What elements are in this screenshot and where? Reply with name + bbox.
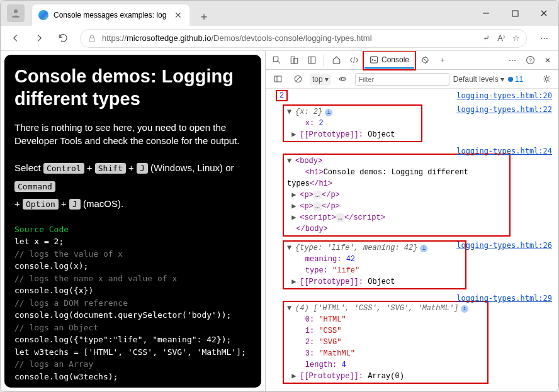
help-icon[interactable]: ?: [522, 52, 538, 69]
browser-tab[interactable]: Console messages examples: log ✕: [32, 4, 189, 26]
expand-icon[interactable]: ▶: [291, 212, 297, 223]
window-controls: [471, 1, 558, 26]
maximize-button[interactable]: [500, 1, 529, 26]
elements-icon[interactable]: [346, 52, 362, 69]
tab-console[interactable]: Console: [364, 52, 414, 69]
more-tabs-button[interactable]: ＋: [434, 52, 451, 69]
refresh-button[interactable]: [52, 28, 74, 48]
kbd-option: Option: [23, 199, 59, 210]
expand-icon[interactable]: ▼: [287, 242, 293, 254]
source-link[interactable]: logging-types.html:24: [456, 145, 552, 157]
content-area: Console demos: Logging different types T…: [1, 51, 558, 391]
page-description: There is nothing to see here, you need t…: [14, 121, 251, 148]
svg-rect-9: [308, 57, 315, 64]
log-levels-selector[interactable]: Default levels ▾: [453, 75, 504, 84]
console-row: logging-types.html:26 ▼{type: 'life', me…: [266, 238, 558, 291]
svg-point-0: [14, 9, 18, 13]
console-row: logging-types.html:24 ▼<body> <h1>Consol…: [266, 144, 558, 238]
console-settings-icon[interactable]: [538, 71, 555, 87]
log-value: 2: [280, 91, 284, 100]
svg-rect-11: [370, 57, 377, 63]
console-output[interactable]: logging-types.html:20 2 logging-types.ht…: [266, 89, 558, 391]
svg-rect-7: [291, 57, 295, 64]
clear-console-icon[interactable]: [290, 71, 306, 87]
console-icon: [370, 55, 378, 64]
source-link[interactable]: logging-types.html:22: [456, 104, 552, 115]
inspect-icon[interactable]: [268, 52, 285, 69]
sidebar-toggle-icon[interactable]: [269, 71, 286, 87]
page-body: Console demos: Logging different types T…: [4, 55, 261, 388]
edge-favicon-icon: [38, 10, 48, 20]
issues-badge[interactable]: 11: [508, 75, 523, 84]
source-link[interactable]: logging-types.html:29: [456, 293, 552, 304]
kbd-command: Command: [14, 181, 55, 192]
devtools-close-button[interactable]: ✕: [539, 52, 556, 69]
expand-icon[interactable]: ▼: [287, 106, 293, 118]
svg-rect-5: [89, 38, 94, 42]
svg-point-20: [545, 77, 548, 81]
new-tab-button[interactable]: ＋: [195, 7, 213, 26]
lock-icon: [87, 33, 97, 43]
source-link[interactable]: logging-types.html:20: [456, 90, 552, 101]
expand-icon[interactable]: ▼: [287, 303, 293, 314]
welcome-icon[interactable]: [328, 52, 344, 69]
page-title: Console demos: Logging different types: [14, 65, 251, 111]
filter-input[interactable]: [355, 73, 449, 86]
page-viewport: Console demos: Logging different types T…: [1, 51, 265, 391]
kbd-j: J: [137, 163, 148, 174]
source-heading: Source Code: [14, 223, 251, 236]
close-window-button[interactable]: [529, 1, 558, 26]
favorite-icon[interactable]: ☆: [512, 33, 520, 43]
expand-icon[interactable]: ▶: [291, 189, 297, 201]
live-expression-icon[interactable]: [335, 71, 351, 87]
svg-line-18: [295, 77, 300, 82]
svg-text:?: ?: [529, 58, 532, 64]
issues-icon[interactable]: [417, 52, 433, 69]
expand-icon[interactable]: ▶: [291, 276, 297, 288]
console-row: logging-types.html:20 2: [266, 89, 558, 103]
tab-close-button[interactable]: ✕: [173, 9, 183, 21]
svg-rect-8: [293, 59, 297, 64]
page-instructions: Select Control + Shift + J (Windows, Lin…: [14, 159, 251, 213]
console-tab-label: Console: [381, 55, 409, 64]
kbd-j2: J: [69, 199, 81, 210]
minimize-button[interactable]: [471, 1, 500, 26]
device-icon[interactable]: [286, 52, 302, 69]
expand-icon[interactable]: ▶: [291, 201, 297, 212]
enter-icon[interactable]: ⤶: [483, 33, 490, 43]
expand-icon[interactable]: ▼: [287, 155, 293, 167]
back-button[interactable]: [4, 28, 26, 48]
devtools-menu-button[interactable]: ⋯: [504, 52, 521, 69]
info-icon[interactable]: i: [461, 305, 468, 313]
expand-icon[interactable]: ▶: [291, 129, 297, 140]
svg-point-19: [341, 77, 344, 81]
console-row: logging-types.html:29 ▼(4) ['HTML', 'CSS…: [266, 291, 558, 386]
source-code-block: Source Code let x = 2; // logs the value…: [14, 223, 251, 383]
app-menu-button[interactable]: ⋯: [533, 28, 555, 48]
tab-title: Console messages examples: log: [54, 11, 168, 20]
svg-rect-15: [274, 76, 281, 82]
profile-button[interactable]: [7, 4, 25, 22]
read-aloud-icon[interactable]: A⁾: [497, 33, 505, 43]
tab-strip: Console messages examples: log ✕ ＋: [1, 1, 558, 26]
svg-rect-2: [512, 11, 518, 16]
devtools-panel: Console ＋ ⋯ ? ✕ top ▾ Default levels ▾ 1…: [265, 51, 558, 391]
context-selector[interactable]: top ▾: [310, 74, 331, 85]
devtools-tabbar: Console ＋ ⋯ ? ✕: [266, 51, 558, 70]
address-bar[interactable]: https://microsoftedge.github.io/Demos/de…: [80, 29, 527, 48]
browser-window: Console messages examples: log ✕ ＋ https…: [1, 1, 558, 391]
info-icon[interactable]: i: [325, 109, 332, 116]
kbd-control: Control: [43, 163, 84, 174]
source-link[interactable]: logging-types.html:26: [456, 240, 552, 251]
info-icon[interactable]: i: [420, 245, 427, 252]
kbd-shift: Shift: [95, 163, 126, 174]
console-row: logging-types.html:22 ▼{x: 2}i x: 2 ▶[[P…: [266, 103, 558, 144]
dock-icon[interactable]: [303, 52, 320, 69]
console-toolbar: top ▾ Default levels ▾ 11: [266, 70, 558, 89]
toolbar: https://microsoftedge.github.io/Demos/de…: [1, 26, 558, 51]
forward-button[interactable]: [28, 28, 50, 48]
expand-icon[interactable]: ▶: [291, 371, 297, 382]
url-actions: ⤶ A⁾ ☆: [483, 33, 520, 43]
